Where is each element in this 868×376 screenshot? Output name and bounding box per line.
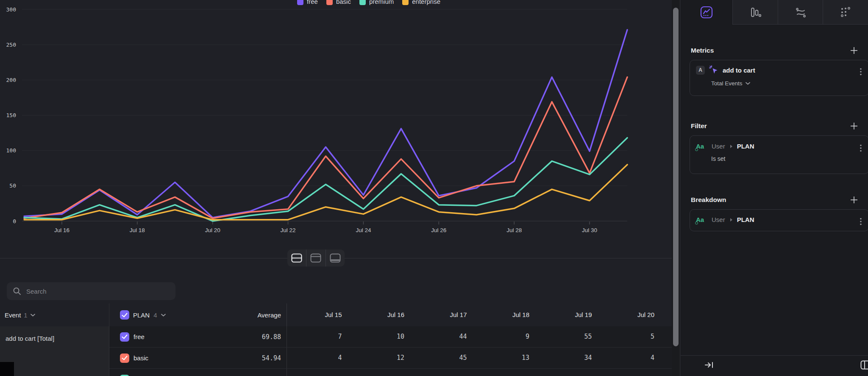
plan-row-free[interactable]: free69.88710449555 — [109, 326, 672, 348]
date-column-header: Jul 17 — [412, 303, 475, 326]
kebab-icon — [860, 144, 862, 152]
legend-item-free[interactable]: free — [297, 0, 318, 6]
metric-letter-badge: A — [696, 66, 705, 75]
breakdown-entity: User — [712, 216, 725, 223]
checkbox-free[interactable] — [120, 332, 129, 342]
plan-row-premium[interactable]: premium33.0053235230 — [109, 369, 672, 376]
check-icon — [122, 313, 128, 317]
legend-swatch — [326, 0, 333, 5]
plan-row-basic[interactable]: basic54.944124513344 — [109, 348, 672, 369]
columns-icon — [860, 360, 868, 370]
legend-label: free — [307, 0, 318, 5]
plan-count: 4 — [153, 311, 157, 319]
y-axis-label: 0 — [13, 218, 16, 224]
breakdown-section-header: Breakdown — [691, 196, 858, 204]
bar-chart-icon — [749, 6, 761, 18]
table-only-toggle[interactable] — [326, 250, 345, 267]
legend-swatch — [297, 0, 303, 5]
event-row-cell[interactable]: add to cart [Total] — [0, 326, 109, 376]
filter-options-kebab[interactable] — [859, 143, 862, 154]
value-cell: 0 — [600, 369, 662, 376]
date-column-header: Jul 15 — [287, 303, 350, 326]
event-cursor-icon — [709, 65, 718, 75]
value-cell: 5 — [287, 369, 350, 376]
tab-more-chart-types[interactable] — [823, 0, 868, 25]
y-axis-label: 250 — [6, 42, 16, 48]
add-metric-button[interactable] — [850, 47, 858, 54]
plan-header-label: PLAN — [133, 311, 150, 319]
value-cell: 7 — [287, 326, 350, 347]
chart-type-tabbar — [681, 0, 868, 25]
y-axis-label: 50 — [9, 182, 16, 189]
legend-label: premium — [369, 0, 394, 5]
collapse-sidebar-button[interactable] — [704, 361, 715, 371]
value-cell: 3 — [350, 369, 412, 376]
tab-line-chart[interactable] — [681, 0, 732, 25]
value-cell: 12 — [350, 348, 412, 368]
aggregation-label: Total Events — [711, 80, 743, 87]
event-row-label: add to cart [Total] — [6, 335, 54, 342]
chart-only-toggle[interactable] — [306, 250, 325, 267]
chevron-right-icon — [729, 144, 733, 149]
chart-legend: freebasicpremiumenterprise — [237, 0, 500, 6]
legend-label: basic — [336, 0, 351, 5]
date-column-header: Jul 20 — [600, 303, 662, 326]
event-header-label: Event — [5, 311, 21, 319]
tab-flow-chart[interactable] — [778, 0, 823, 25]
x-axis-label: Jul 20 — [205, 227, 220, 233]
plan-select-all-checkbox[interactable] — [120, 310, 129, 320]
tab-bar-chart[interactable] — [732, 0, 778, 25]
table-section: Event 1 PLAN 4 Average Jul 15J — [0, 258, 672, 376]
chart-section: freebasicpremiumenterprise 0501001502002… — [0, 0, 672, 258]
add-filter-button[interactable] — [850, 122, 858, 130]
average-column-header: Average — [257, 311, 287, 319]
event-column-header[interactable]: Event 1 — [0, 303, 109, 326]
legend-item-basic[interactable]: basic — [326, 0, 351, 6]
value-cell: 4 — [287, 348, 350, 368]
search-input[interactable] — [25, 287, 170, 295]
average-value: 54.94 — [262, 354, 287, 362]
value-cell: 9 — [475, 326, 537, 347]
date-column-header: Jul 18 — [475, 303, 537, 326]
breakdown-card[interactable]: Aa User PLAN — [690, 209, 868, 231]
kebab-icon — [860, 68, 862, 76]
filter-section-header: Filter — [691, 122, 858, 130]
legend-item-premium[interactable]: premium — [359, 0, 394, 6]
legend-label: enterprise — [412, 0, 440, 5]
dots-grid-icon — [840, 7, 851, 18]
checkbox-basic[interactable] — [120, 354, 129, 363]
y-axis-label: 300 — [6, 6, 16, 13]
chevron-down-icon — [746, 82, 750, 85]
line-chart: 050100150200250300Jul 16Jul 18Jul 20Jul … — [0, 0, 672, 258]
value-cell: 5 — [600, 326, 662, 347]
date-column-header: Jul 16 — [350, 303, 412, 326]
value-cell: 44 — [412, 326, 475, 347]
text-property-icon: Aa — [696, 143, 707, 150]
series-line-free — [24, 30, 627, 218]
split-view-toggle[interactable] — [287, 250, 306, 267]
aggregation-selector[interactable]: Total Events — [711, 80, 862, 87]
sidebar-footer — [681, 355, 868, 376]
scrollbar-track — [672, 0, 680, 376]
legend-item-enterprise[interactable]: enterprise — [402, 0, 440, 6]
event-count: 1 — [24, 311, 27, 319]
plus-icon — [850, 196, 858, 204]
text-property-icon: Aa — [696, 216, 707, 223]
value-cell: 5 — [475, 369, 537, 376]
x-axis-label: Jul 30 — [582, 227, 597, 233]
filter-card[interactable]: Aa User PLAN Is set — [690, 135, 868, 174]
sidebar-content: Metrics A add to cart Total Events — [681, 47, 868, 231]
scrollbar-thumb[interactable] — [673, 8, 679, 346]
layout-toggle-group — [287, 250, 345, 267]
x-axis-label: Jul 18 — [130, 227, 145, 233]
breakdown-options-kebab[interactable] — [859, 217, 862, 228]
checkbox-premium[interactable] — [120, 375, 129, 376]
metric-options-kebab[interactable] — [859, 67, 862, 78]
plan-column-header[interactable]: PLAN 4 Average — [109, 303, 287, 326]
filter-property: PLAN — [737, 143, 754, 150]
filter-condition[interactable]: Is set — [711, 155, 862, 162]
add-breakdown-button[interactable] — [850, 196, 858, 204]
plan-rows: free69.88710449555basic54.944124513344pr… — [109, 326, 672, 376]
metric-card[interactable]: A add to cart Total Events — [690, 60, 868, 96]
panel-layout-button[interactable] — [860, 360, 868, 371]
